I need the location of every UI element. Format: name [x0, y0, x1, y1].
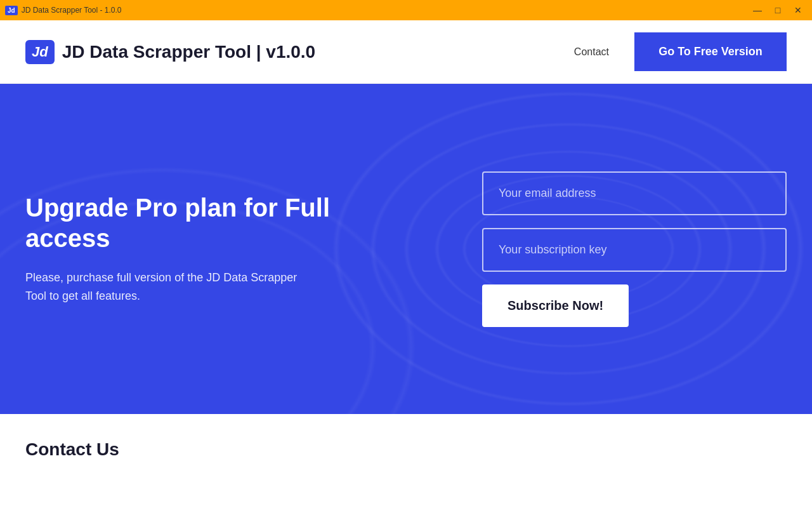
email-input[interactable] — [482, 171, 787, 215]
title-bar: Jd JD Data Scrapper Tool - 1.0.0 — □ ✕ — [0, 0, 812, 20]
maximize-button[interactable]: □ — [769, 4, 787, 17]
navbar-right: Contact Go To Free Version — [574, 32, 787, 71]
app-container: Jd JD Data Scrapper Tool | v1.0.0 Contac… — [0, 20, 812, 508]
title-bar-logo: Jd — [5, 6, 18, 15]
brand-logo: Jd — [25, 40, 55, 64]
hero-title: Upgrade Pro plan for Full access — [25, 192, 374, 253]
hero-description: Please, purchase full version of the JD … — [25, 269, 304, 305]
contact-title: Contact Us — [25, 439, 787, 460]
hero-section: Upgrade Pro plan for Full access Please,… — [0, 84, 812, 414]
close-button[interactable]: ✕ — [789, 4, 807, 17]
navbar: Jd JD Data Scrapper Tool | v1.0.0 Contac… — [0, 20, 812, 84]
contact-section: Contact Us — [0, 414, 812, 485]
subscription-key-input[interactable] — [482, 228, 787, 272]
title-bar-text: JD Data Scrapper Tool - 1.0.0 — [22, 6, 122, 15]
contact-link[interactable]: Contact — [574, 46, 609, 58]
title-bar-left: Jd JD Data Scrapper Tool - 1.0.0 — [5, 6, 122, 15]
subscribe-button[interactable]: Subscribe Now! — [482, 284, 629, 327]
hero-right: Subscribe Now! — [482, 171, 787, 327]
title-bar-controls: — □ ✕ — [749, 4, 807, 17]
navbar-brand: Jd JD Data Scrapper Tool | v1.0.0 — [25, 40, 315, 64]
minimize-button[interactable]: — — [749, 4, 766, 17]
brand-title: JD Data Scrapper Tool | v1.0.0 — [62, 42, 315, 62]
free-version-button[interactable]: Go To Free Version — [634, 32, 787, 71]
hero-left: Upgrade Pro plan for Full access Please,… — [25, 192, 374, 305]
